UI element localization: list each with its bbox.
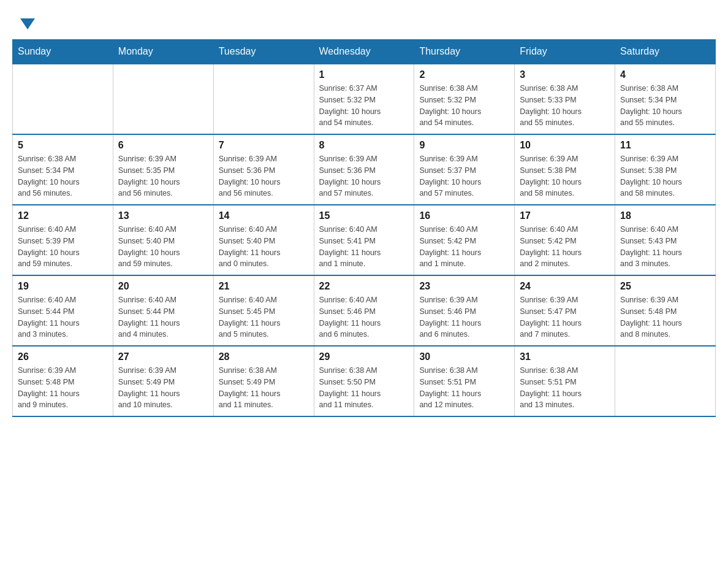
day-info: Sunrise: 6:39 AM Sunset: 5:35 PM Dayligh… xyxy=(118,153,208,199)
day-number: 13 xyxy=(118,210,208,221)
calendar-cell: 10Sunrise: 6:39 AM Sunset: 5:38 PM Dayli… xyxy=(515,134,615,205)
day-info: Sunrise: 6:40 AM Sunset: 5:44 PM Dayligh… xyxy=(18,294,108,340)
calendar-week-row: 5Sunrise: 6:38 AM Sunset: 5:34 PM Daylig… xyxy=(13,134,716,205)
day-info: Sunrise: 6:39 AM Sunset: 5:37 PM Dayligh… xyxy=(419,153,509,199)
calendar-cell: 13Sunrise: 6:40 AM Sunset: 5:40 PM Dayli… xyxy=(113,205,213,275)
day-number: 19 xyxy=(18,281,108,292)
logo-triangle-icon xyxy=(20,18,35,29)
day-info: Sunrise: 6:38 AM Sunset: 5:33 PM Dayligh… xyxy=(520,83,610,129)
day-number: 15 xyxy=(319,210,409,221)
calendar-cell: 28Sunrise: 6:38 AM Sunset: 5:49 PM Dayli… xyxy=(213,346,314,416)
day-number: 30 xyxy=(419,351,509,362)
day-info: Sunrise: 6:39 AM Sunset: 5:38 PM Dayligh… xyxy=(520,153,610,199)
day-number: 29 xyxy=(319,351,409,362)
day-info: Sunrise: 6:38 AM Sunset: 5:49 PM Dayligh… xyxy=(219,365,309,411)
day-number: 3 xyxy=(520,69,610,80)
calendar-cell: 1Sunrise: 6:37 AM Sunset: 5:32 PM Daylig… xyxy=(314,64,414,134)
calendar-cell: 7Sunrise: 6:39 AM Sunset: 5:36 PM Daylig… xyxy=(213,134,314,205)
calendar-cell: 9Sunrise: 6:39 AM Sunset: 5:37 PM Daylig… xyxy=(414,134,515,205)
calendar-cell xyxy=(13,64,113,134)
calendar-cell: 14Sunrise: 6:40 AM Sunset: 5:40 PM Dayli… xyxy=(213,205,314,275)
day-info: Sunrise: 6:40 AM Sunset: 5:45 PM Dayligh… xyxy=(219,294,309,340)
day-number: 6 xyxy=(118,140,208,151)
calendar-week-row: 12Sunrise: 6:40 AM Sunset: 5:39 PM Dayli… xyxy=(13,205,716,275)
day-number: 21 xyxy=(219,281,309,292)
calendar-table: SundayMondayTuesdayWednesdayThursdayFrid… xyxy=(12,39,716,417)
day-number: 4 xyxy=(620,69,710,80)
calendar-cell: 23Sunrise: 6:39 AM Sunset: 5:46 PM Dayli… xyxy=(414,275,515,346)
calendar-week-row: 26Sunrise: 6:39 AM Sunset: 5:48 PM Dayli… xyxy=(13,346,716,416)
day-info: Sunrise: 6:39 AM Sunset: 5:46 PM Dayligh… xyxy=(419,294,509,340)
day-info: Sunrise: 6:40 AM Sunset: 5:43 PM Dayligh… xyxy=(620,224,710,270)
day-info: Sunrise: 6:40 AM Sunset: 5:39 PM Dayligh… xyxy=(18,224,108,270)
title-section xyxy=(703,12,716,27)
day-info: Sunrise: 6:39 AM Sunset: 5:47 PM Dayligh… xyxy=(520,294,610,340)
calendar-cell: 12Sunrise: 6:40 AM Sunset: 5:39 PM Dayli… xyxy=(13,205,113,275)
calendar-header-row: SundayMondayTuesdayWednesdayThursdayFrid… xyxy=(13,40,716,64)
day-info: Sunrise: 6:39 AM Sunset: 5:48 PM Dayligh… xyxy=(18,365,108,411)
day-info: Sunrise: 6:38 AM Sunset: 5:34 PM Dayligh… xyxy=(18,153,108,199)
day-info: Sunrise: 6:37 AM Sunset: 5:32 PM Dayligh… xyxy=(319,83,409,129)
calendar-cell: 15Sunrise: 6:40 AM Sunset: 5:41 PM Dayli… xyxy=(314,205,414,275)
day-number: 25 xyxy=(620,281,710,292)
calendar-cell: 16Sunrise: 6:40 AM Sunset: 5:42 PM Dayli… xyxy=(414,205,515,275)
day-info: Sunrise: 6:38 AM Sunset: 5:50 PM Dayligh… xyxy=(319,365,409,411)
calendar-cell: 25Sunrise: 6:39 AM Sunset: 5:48 PM Dayli… xyxy=(615,275,716,346)
calendar-cell: 19Sunrise: 6:40 AM Sunset: 5:44 PM Dayli… xyxy=(13,275,113,346)
day-info: Sunrise: 6:40 AM Sunset: 5:42 PM Dayligh… xyxy=(520,224,610,270)
day-number: 11 xyxy=(620,140,710,151)
day-number: 20 xyxy=(118,281,208,292)
day-number: 31 xyxy=(520,351,610,362)
day-number: 18 xyxy=(620,210,710,221)
calendar-header-monday: Monday xyxy=(113,40,213,64)
day-number: 2 xyxy=(419,69,509,80)
page-header xyxy=(12,12,716,33)
day-number: 9 xyxy=(419,140,509,151)
calendar-cell: 5Sunrise: 6:38 AM Sunset: 5:34 PM Daylig… xyxy=(13,134,113,205)
day-info: Sunrise: 6:39 AM Sunset: 5:38 PM Dayligh… xyxy=(620,153,710,199)
calendar-cell: 8Sunrise: 6:39 AM Sunset: 5:36 PM Daylig… xyxy=(314,134,414,205)
calendar-cell: 11Sunrise: 6:39 AM Sunset: 5:38 PM Dayli… xyxy=(615,134,716,205)
day-info: Sunrise: 6:40 AM Sunset: 5:42 PM Dayligh… xyxy=(419,224,509,270)
calendar-cell: 29Sunrise: 6:38 AM Sunset: 5:50 PM Dayli… xyxy=(314,346,414,416)
calendar-cell: 22Sunrise: 6:40 AM Sunset: 5:46 PM Dayli… xyxy=(314,275,414,346)
calendar-cell xyxy=(113,64,213,134)
calendar-header-thursday: Thursday xyxy=(414,40,515,64)
calendar-header-tuesday: Tuesday xyxy=(213,40,314,64)
calendar-header-wednesday: Wednesday xyxy=(314,40,414,64)
day-number: 26 xyxy=(18,351,108,362)
day-number: 14 xyxy=(219,210,309,221)
day-number: 10 xyxy=(520,140,610,151)
day-number: 22 xyxy=(319,281,409,292)
day-number: 16 xyxy=(419,210,509,221)
calendar-cell: 3Sunrise: 6:38 AM Sunset: 5:33 PM Daylig… xyxy=(515,64,615,134)
calendar-header-friday: Friday xyxy=(515,40,615,64)
day-number: 28 xyxy=(219,351,309,362)
day-number: 1 xyxy=(319,69,409,80)
day-number: 12 xyxy=(18,210,108,221)
day-number: 7 xyxy=(219,140,309,151)
calendar-cell: 30Sunrise: 6:38 AM Sunset: 5:51 PM Dayli… xyxy=(414,346,515,416)
day-number: 5 xyxy=(18,140,108,151)
calendar-cell: 17Sunrise: 6:40 AM Sunset: 5:42 PM Dayli… xyxy=(515,205,615,275)
day-info: Sunrise: 6:40 AM Sunset: 5:46 PM Dayligh… xyxy=(319,294,409,340)
day-number: 24 xyxy=(520,281,610,292)
calendar-cell: 26Sunrise: 6:39 AM Sunset: 5:48 PM Dayli… xyxy=(13,346,113,416)
day-number: 27 xyxy=(118,351,208,362)
day-info: Sunrise: 6:38 AM Sunset: 5:51 PM Dayligh… xyxy=(520,365,610,411)
calendar-cell: 24Sunrise: 6:39 AM Sunset: 5:47 PM Dayli… xyxy=(515,275,615,346)
day-info: Sunrise: 6:39 AM Sunset: 5:36 PM Dayligh… xyxy=(319,153,409,199)
calendar-cell: 18Sunrise: 6:40 AM Sunset: 5:43 PM Dayli… xyxy=(615,205,716,275)
day-info: Sunrise: 6:38 AM Sunset: 5:32 PM Dayligh… xyxy=(419,83,509,129)
calendar-week-row: 19Sunrise: 6:40 AM Sunset: 5:44 PM Dayli… xyxy=(13,275,716,346)
calendar-cell xyxy=(615,346,716,416)
calendar-cell: 2Sunrise: 6:38 AM Sunset: 5:32 PM Daylig… xyxy=(414,64,515,134)
calendar-header-saturday: Saturday xyxy=(615,40,716,64)
day-info: Sunrise: 6:38 AM Sunset: 5:51 PM Dayligh… xyxy=(419,365,509,411)
day-info: Sunrise: 6:39 AM Sunset: 5:48 PM Dayligh… xyxy=(620,294,710,340)
day-info: Sunrise: 6:39 AM Sunset: 5:49 PM Dayligh… xyxy=(118,365,208,411)
day-number: 17 xyxy=(520,210,610,221)
calendar-header-sunday: Sunday xyxy=(13,40,113,64)
calendar-cell: 4Sunrise: 6:38 AM Sunset: 5:34 PM Daylig… xyxy=(615,64,716,134)
day-info: Sunrise: 6:39 AM Sunset: 5:36 PM Dayligh… xyxy=(219,153,309,199)
